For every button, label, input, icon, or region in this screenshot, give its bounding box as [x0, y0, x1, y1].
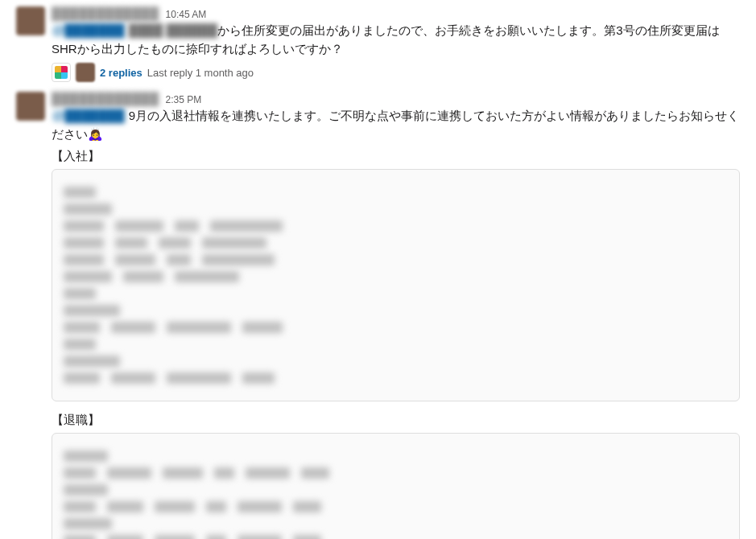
- message-header: ████████████ 10:45 AM: [52, 6, 740, 20]
- thread-summary[interactable]: 2 replies Last reply 1 month ago: [52, 63, 740, 82]
- message: ████████████ 2:35 PM @███████ 9月の入退社情報を連…: [0, 85, 756, 539]
- section-label-joining: 【入社】: [52, 149, 740, 164]
- message-text: @███████ 9月の入退社情報を連携いたします。ご不明な点や事前に連携してお…: [52, 107, 740, 144]
- message-text: @███████ ████ ██████から住所変更の届出がありましたので、お手…: [52, 22, 740, 58]
- message-body: ████████████ 10:45 AM @███████ ████ ████…: [52, 6, 740, 82]
- attachment-joining[interactable]: [52, 169, 740, 401]
- thread-avatar: [76, 63, 95, 82]
- message-header: ████████████ 2:35 PM: [52, 92, 740, 105]
- timestamp[interactable]: 10:45 AM: [166, 9, 207, 20]
- bow-emoji: 🙇‍♀️: [88, 125, 103, 144]
- attachment-leaving[interactable]: [52, 433, 740, 539]
- reply-count[interactable]: 2 replies: [100, 67, 143, 79]
- section-label-leaving: 【退職】: [52, 413, 740, 428]
- mention[interactable]: @███████: [52, 109, 126, 122]
- username[interactable]: ████████████: [52, 92, 159, 105]
- last-reply-time: Last reply 1 month ago: [147, 67, 254, 79]
- timestamp[interactable]: 2:35 PM: [166, 94, 202, 105]
- mention[interactable]: @███████: [52, 23, 126, 37]
- redacted-text: ████ ██████: [129, 23, 217, 37]
- thread-avatar-icon: [52, 63, 71, 82]
- avatar[interactable]: [16, 92, 45, 121]
- avatar[interactable]: [16, 6, 45, 35]
- message-content: 9月の入退社情報を連携いたします。ご不明な点や事前に連携しておいた方がよい情報が…: [52, 109, 739, 141]
- username[interactable]: ████████████: [52, 6, 159, 20]
- message: ████████████ 10:45 AM @███████ ████ ████…: [0, 0, 756, 85]
- message-body: ████████████ 2:35 PM @███████ 9月の入退社情報を連…: [52, 92, 740, 539]
